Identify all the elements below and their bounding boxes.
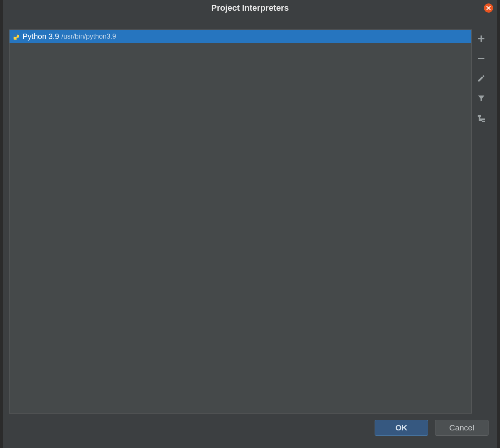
ok-button-label: OK [395,423,407,432]
edit-interpreter-button[interactable] [476,73,487,84]
plus-icon [477,34,485,43]
tree-icon [477,114,485,122]
titlebar: Project Interpreters [3,0,497,16]
ok-button[interactable]: OK [375,420,428,436]
remove-interpreter-button[interactable] [476,53,487,64]
interpreter-name: Python 3.9 [23,32,59,41]
cancel-button-label: Cancel [449,423,474,432]
interpreter-list[interactable]: Python 3.9 /usr/bin/python3.9 [9,29,472,414]
svg-rect-7 [482,121,485,122]
project-interpreters-dialog: Project Interpreters Python 3.9 [3,0,497,448]
pencil-icon [477,74,485,83]
dialog-body: Python 3.9 /usr/bin/python3.9 [3,24,497,448]
toolbar [472,29,491,414]
svg-rect-6 [482,118,485,120]
add-interpreter-button[interactable] [476,33,487,44]
dialog-title: Project Interpreters [211,3,289,13]
svg-rect-4 [478,58,485,59]
close-button[interactable] [484,3,493,13]
interpreter-list-item[interactable]: Python 3.9 /usr/bin/python3.9 [10,30,471,43]
filter-button[interactable] [476,93,487,104]
dialog-footer: OK Cancel [9,414,491,442]
close-icon [486,6,491,10]
minus-icon [477,54,485,63]
cancel-button[interactable]: Cancel [435,420,489,436]
svg-rect-3 [478,38,485,39]
show-paths-button[interactable] [476,113,487,123]
content-row: Python 3.9 /usr/bin/python3.9 [9,29,491,414]
interpreter-path: /usr/bin/python3.9 [62,32,116,41]
python-icon [12,32,19,40]
filter-icon [477,94,485,102]
